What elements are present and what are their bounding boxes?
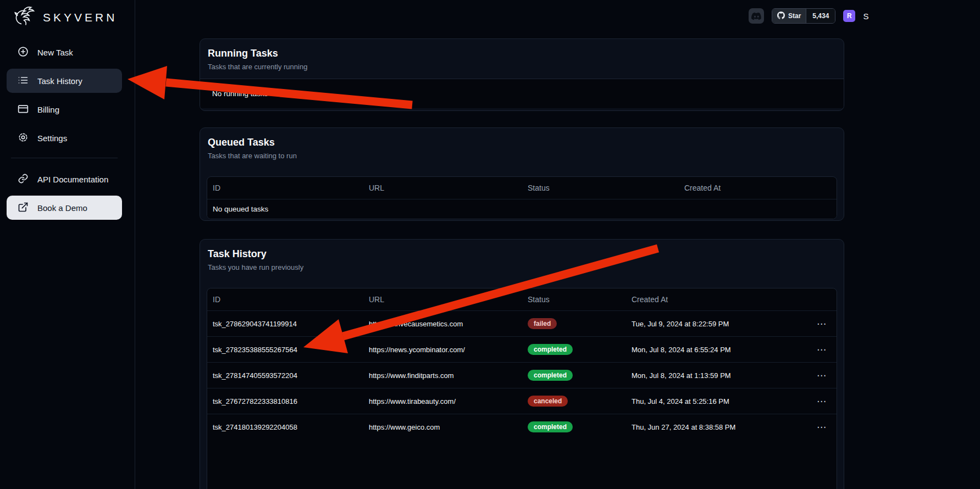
task-created-at: Mon, Jul 8, 2024 at 1:13:59 PM xyxy=(626,371,789,380)
task-id: tsk_278147405593572204 xyxy=(207,371,363,380)
app-title: SKYVERN xyxy=(43,11,117,24)
column-header-id: ID xyxy=(207,295,363,304)
queued-tasks-empty-state: No queued tasks xyxy=(207,199,837,219)
queued-tasks-header: Queued Tasks Tasks that are waiting to r… xyxy=(200,128,844,168)
queued-tasks-title: Queued Tasks xyxy=(208,137,836,148)
task-id: tsk_278629043741199914 xyxy=(207,320,363,328)
task-created-at: Tue, Jul 9, 2024 at 8:22:59 PM xyxy=(626,320,789,328)
external-link-icon xyxy=(18,202,29,214)
column-header-url: URL xyxy=(363,295,522,304)
plus-circle-icon xyxy=(18,46,29,59)
task-url: https://www.geico.com xyxy=(363,423,522,431)
task-created-at: Mon, Jul 8, 2024 at 6:55:24 PM xyxy=(626,346,789,354)
sidebar-item-settings[interactable]: Settings xyxy=(7,126,122,150)
column-header-id: ID xyxy=(207,184,363,192)
task-url: https://www.tirabeauty.com/ xyxy=(363,397,522,405)
sidebar-item-label: Task History xyxy=(37,76,82,86)
top-right-toolbar: Star 5,434 R S xyxy=(749,8,868,24)
user-name-clipped: S xyxy=(863,12,868,21)
table-row[interactable]: tsk_274180139292204058 https://www.geico… xyxy=(207,414,837,440)
running-tasks-empty-state: No running tasks xyxy=(200,79,844,108)
table-row[interactable]: tsk_278147405593572204 https://www.findi… xyxy=(207,362,837,388)
row-actions-icon[interactable]: ⋯ xyxy=(817,319,827,329)
task-history-subtitle: Tasks you have run previously xyxy=(208,263,836,271)
task-history-title: Task History xyxy=(208,248,836,260)
column-header-url: URL xyxy=(363,184,522,192)
sidebar-item-label: New Task xyxy=(37,48,73,57)
list-icon xyxy=(18,75,29,87)
link-icon xyxy=(18,173,29,186)
running-tasks-subtitle: Tasks that are currently running xyxy=(208,63,836,71)
row-actions-icon[interactable]: ⋯ xyxy=(817,345,827,354)
sidebar-item-label: Book a Demo xyxy=(37,203,87,213)
column-header-status: Status xyxy=(522,295,626,304)
app-logo[interactable]: SKYVERN xyxy=(13,4,117,31)
task-url: https://www.finditparts.com xyxy=(363,371,522,380)
task-created-at: Thu, Jul 4, 2024 at 5:25:16 PM xyxy=(626,397,789,405)
task-history-card: Task History Tasks you have run previous… xyxy=(200,239,844,489)
table-row[interactable]: tsk_276727822333810816 https://www.tirab… xyxy=(207,388,837,414)
task-history-header: Task History Tasks you have run previous… xyxy=(200,240,844,279)
sidebar-item-label: API Documentation xyxy=(37,175,108,184)
table-row[interactable]: tsk_278235388555267564 https://news.ycom… xyxy=(207,336,837,362)
task-created-at: Thu, Jun 27, 2024 at 8:38:58 PM xyxy=(626,423,789,431)
sidebar-item-billing[interactable]: Billing xyxy=(7,97,122,121)
row-actions-icon[interactable]: ⋯ xyxy=(817,371,827,380)
gear-icon xyxy=(18,132,29,145)
table-row[interactable]: tsk_278629043741199914 https://thrivecau… xyxy=(207,310,837,336)
running-tasks-card: Running Tasks Tasks that are currently r… xyxy=(200,38,844,111)
queued-tasks-table: ID URL Status Created At No queued tasks xyxy=(207,176,837,219)
queued-tasks-card: Queued Tasks Tasks that are waiting to r… xyxy=(200,127,844,221)
column-header-created-at: Created At xyxy=(626,295,789,304)
github-star-label: Star xyxy=(788,12,801,20)
github-icon xyxy=(777,12,785,21)
discord-icon[interactable] xyxy=(749,8,764,24)
task-url: https://thrivecausemetics.com xyxy=(363,320,522,328)
task-id: tsk_276727822333810816 xyxy=(207,397,363,405)
status-badge: failed xyxy=(528,318,557,329)
github-star-count: 5,434 xyxy=(806,9,835,23)
task-history-table: ID URL Status Created At tsk_27862904374… xyxy=(207,288,837,489)
sidebar: SKYVERN New Task Task History Billing Se… xyxy=(0,0,135,489)
sidebar-item-api-documentation[interactable]: API Documentation xyxy=(7,167,122,191)
column-header-created-at: Created At xyxy=(679,184,837,192)
github-star-widget[interactable]: Star 5,434 xyxy=(772,8,835,24)
credit-card-icon xyxy=(18,103,29,116)
status-badge: completed xyxy=(528,370,573,381)
sidebar-item-label: Billing xyxy=(37,105,59,114)
sidebar-item-task-history[interactable]: Task History xyxy=(7,69,122,93)
task-url: https://news.ycombinator.com/ xyxy=(363,346,522,354)
history-table-header-row: ID URL Status Created At xyxy=(207,288,837,310)
queued-table-header-row: ID URL Status Created At xyxy=(207,177,837,199)
task-id: tsk_278235388555267564 xyxy=(207,346,363,354)
status-badge: completed xyxy=(528,344,573,355)
sidebar-item-book-a-demo[interactable]: Book a Demo xyxy=(7,196,122,220)
status-badge: completed xyxy=(528,421,573,432)
row-actions-icon[interactable]: ⋯ xyxy=(817,423,827,432)
sidebar-item-label: Settings xyxy=(37,134,67,143)
skyvern-dragon-icon xyxy=(13,4,38,31)
task-id: tsk_274180139292204058 xyxy=(207,423,363,431)
running-tasks-header: Running Tasks Tasks that are currently r… xyxy=(200,39,844,79)
sidebar-nav: New Task Task History Billing Settings xyxy=(7,40,122,224)
row-actions-icon[interactable]: ⋯ xyxy=(817,397,827,406)
sidebar-item-new-task[interactable]: New Task xyxy=(7,40,122,64)
status-badge: canceled xyxy=(528,396,568,407)
running-tasks-title: Running Tasks xyxy=(208,48,836,59)
sidebar-divider xyxy=(11,158,118,158)
queued-tasks-subtitle: Tasks that are waiting to run xyxy=(208,152,836,160)
avatar[interactable]: R xyxy=(843,10,855,22)
column-header-status: Status xyxy=(522,184,679,192)
